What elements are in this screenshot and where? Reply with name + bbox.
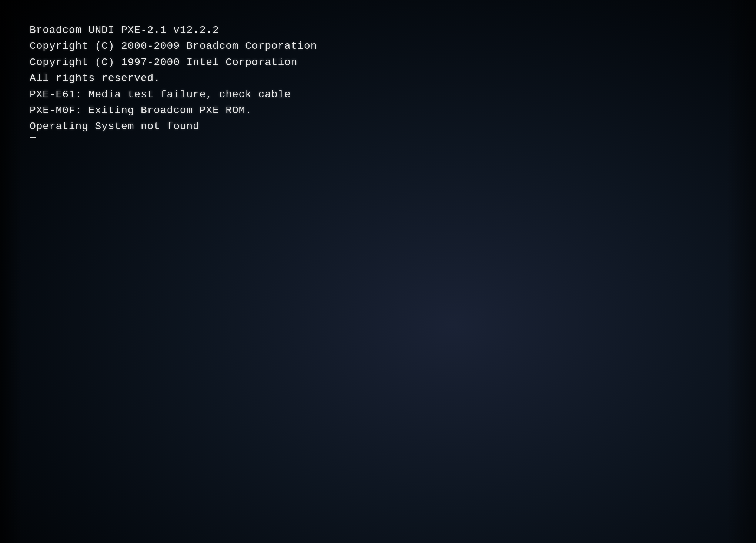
terminal-line-6: PXE-M0F: Exiting Broadcom PXE ROM. (30, 102, 317, 118)
terminal-line-3: Copyright (C) 1997-2000 Intel Corporatio… (30, 54, 317, 70)
terminal-line-2: Copyright (C) 2000-2009 Broadcom Corpora… (30, 38, 317, 54)
terminal-line-7: Operating System not found (30, 118, 317, 134)
terminal-line-5: PXE-E61: Media test failure, check cable (30, 87, 317, 102)
cursor-line (30, 136, 317, 138)
terminal-line-1: Broadcom UNDI PXE-2.1 v12.2.2 (30, 22, 317, 38)
terminal-output: Broadcom UNDI PXE-2.1 v12.2.2 Copyright … (30, 22, 317, 138)
bios-screen: Broadcom UNDI PXE-2.1 v12.2.2 Copyright … (0, 0, 756, 543)
terminal-cursor (30, 137, 36, 138)
terminal-line-4: All rights reserved. (30, 70, 317, 86)
